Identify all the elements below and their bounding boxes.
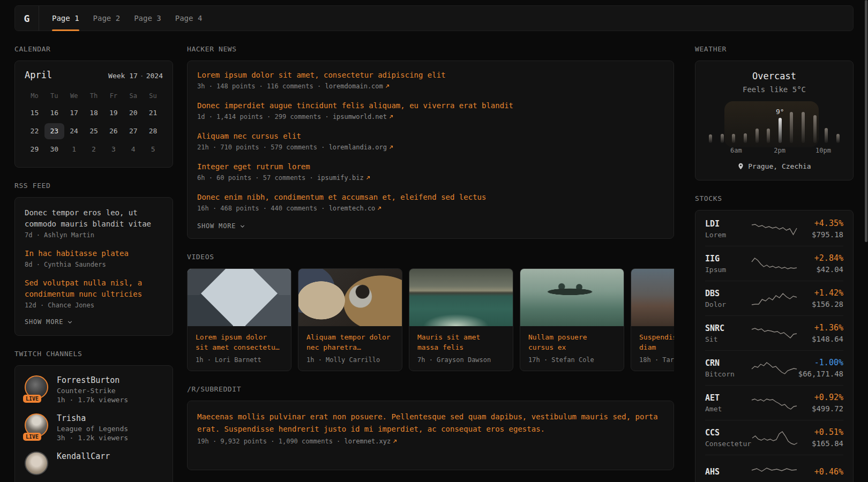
weather-condition: Overcast [706, 71, 842, 81]
hackernews-show-more-label: SHOW MORE [197, 222, 236, 230]
calendar-day[interactable]: 30 [44, 141, 64, 157]
tab-page-1[interactable]: Page 1 [52, 6, 79, 31]
hour-bar [825, 128, 828, 143]
rss-show-more-button[interactable]: SHOW MORE [25, 318, 163, 326]
chevron-down-icon [66, 319, 73, 326]
stock-name: Consectetur [705, 440, 751, 448]
twitch-channel-row: LIVEForrestBurtonCounter-Strike1h · 1.7k… [25, 375, 163, 404]
video-thumbnail[interactable] [298, 269, 402, 326]
hackernews-item-title[interactable]: Integer eget rutrum lorem [197, 161, 664, 172]
stock-symbol[interactable]: AHS [705, 467, 751, 477]
calendar-day[interactable]: 22 [25, 123, 44, 139]
calendar-day[interactable]: 25 [84, 123, 104, 139]
calendar-day[interactable]: 1 [64, 141, 84, 157]
rss-item-title[interactable]: Donec tempor eros leo, ut commodo mauris… [25, 207, 163, 230]
calendar-day[interactable]: 2 [84, 141, 104, 157]
subreddit-post-domain[interactable]: loremnet.xyz [345, 438, 391, 445]
calendar-day[interactable]: 28 [143, 123, 163, 139]
video-card-body: Lorem ipsum dolor sit amet consectetu…1h… [188, 326, 291, 371]
hackernews-item-domain[interactable]: ipsumify.biz [317, 174, 364, 182]
stock-values: +2.84%$42.04 [798, 253, 843, 274]
hackernews-item-title[interactable]: Aliquam nec cursus elit [197, 131, 664, 141]
weather-location[interactable]: Prague, Czechia [706, 162, 842, 170]
twitch-channel-meta: 3h · 1.2k viewers [57, 434, 128, 442]
twitch-channel-game: League of Legends [57, 425, 128, 433]
hackernews-show-more-button[interactable]: SHOW MORE [197, 222, 664, 230]
calendar-day[interactable]: 24 [64, 123, 84, 139]
video-title[interactable]: Aliquam tempor dolor nec pharetra… [306, 332, 394, 352]
twitch-channel-name[interactable]: KendallCarr [57, 451, 110, 461]
app-logo[interactable]: G [15, 6, 39, 31]
stock-values: -1.00%$66,171.48 [798, 358, 843, 378]
rss-item-title[interactable]: In hac habitasse platea [25, 248, 163, 259]
stock-name: Ipsum [705, 266, 751, 274]
calendar-day-selected[interactable]: 23 [44, 123, 64, 139]
calendar-day[interactable]: 26 [103, 123, 123, 139]
external-link-icon [365, 175, 371, 180]
stock-symbol[interactable]: SNRC [705, 323, 751, 333]
twitch-channel-row: LIVETrishaLeague of Legends3h · 1.2k vie… [25, 413, 163, 442]
video-thumbnail[interactable] [409, 269, 513, 326]
video-title[interactable]: Nullam posuere cursus ex [528, 332, 616, 352]
hackernews-widget: Lorem ipsum dolor sit amet, consectetur … [187, 61, 674, 239]
stock-values: +0.46% [798, 467, 843, 477]
video-thumbnail[interactable] [631, 269, 674, 326]
calendar-day[interactable]: 18 [84, 105, 104, 121]
calendar-day[interactable]: 5 [143, 141, 163, 157]
calendar-day[interactable]: 17 [64, 105, 84, 121]
calendar-day[interactable]: 16 [44, 105, 64, 121]
video-card-body: Mauris sit amet massa felis7h · Grayson … [409, 326, 513, 371]
page-scrollbar[interactable] [865, 0, 867, 482]
calendar-day[interactable]: 3 [103, 141, 123, 157]
calendar-day[interactable]: 27 [123, 123, 143, 139]
twitch-channel-name[interactable]: ForrestBurton [57, 375, 128, 385]
hackernews-item-domain[interactable]: ipsumworld.net [333, 113, 387, 120]
hackernews-item-title[interactable]: Lorem ipsum dolor sit amet, consectetur … [197, 70, 664, 80]
hour-bar [721, 134, 724, 143]
calendar-day[interactable]: 29 [25, 141, 44, 157]
video-meta: 7h · Grayson Dawson [417, 356, 505, 364]
stock-symbol[interactable]: AET [705, 393, 751, 403]
tab-page-3[interactable]: Page 3 [134, 6, 161, 31]
calendar-day[interactable]: 19 [103, 105, 123, 121]
calendar-day[interactable]: 15 [25, 105, 44, 121]
hackernews-item-meta: 21h · 710 points · 579 comments · loreml… [197, 144, 664, 151]
stock-symbol[interactable]: LDI [705, 219, 751, 229]
video-card-body: Nullam posuere cursus ex17h · Stefan Col… [520, 326, 624, 371]
hackernews-item-meta: 3h · 148 points · 116 comments · loremdo… [197, 82, 664, 90]
video-thumbnail[interactable] [520, 269, 624, 326]
video-title[interactable]: Suspendisse volutpat diam [639, 332, 674, 352]
live-badge: LIVE [23, 433, 41, 441]
hackernews-item: Donec enim nibh, condimentum et accumsan… [197, 192, 664, 212]
tab-page-4[interactable]: Page 4 [175, 6, 203, 31]
hour-bar [802, 112, 805, 143]
rss-feed-item: Sed volutpat nulla nisl, a condimentum n… [25, 277, 163, 309]
sparkline-chart [751, 323, 798, 343]
hackernews-item-domain[interactable]: loremlandia.org [329, 144, 387, 151]
weather-section-label: WEATHER [695, 45, 854, 53]
twitch-channel-name[interactable]: Trisha [57, 413, 128, 423]
hackernews-item-title[interactable]: Donec enim nibh, condimentum et accumsan… [197, 192, 664, 202]
video-thumbnail[interactable] [188, 269, 291, 326]
calendar-day[interactable]: 4 [123, 141, 143, 157]
scrollbar-thumb[interactable] [865, 0, 867, 242]
hackernews-item-domain[interactable]: loremdomain.com [325, 82, 383, 90]
hackernews-item-domain[interactable]: loremtech.co [329, 205, 376, 212]
stock-identity: CCSConsectetur [705, 428, 751, 448]
current-temperature-label: 9° [776, 108, 784, 116]
video-title[interactable]: Mauris sit amet massa felis [417, 332, 505, 352]
rss-item-title[interactable]: Sed volutpat nulla nisl, a condimentum n… [25, 277, 163, 300]
calendar-day[interactable]: 20 [123, 105, 143, 121]
video-card-body: Aliquam tempor dolor nec pharetra…1h · M… [298, 326, 402, 371]
stock-symbol[interactable]: DBS [705, 289, 751, 298]
channel-avatar[interactable] [25, 451, 48, 475]
calendar-day[interactable]: 21 [143, 105, 163, 121]
twitch-channel-info: ForrestBurtonCounter-Strike1h · 1.7k vie… [57, 375, 128, 404]
stock-symbol[interactable]: CCS [705, 428, 751, 438]
tab-page-2[interactable]: Page 2 [93, 6, 121, 31]
stock-symbol[interactable]: CRN [705, 358, 751, 368]
video-title[interactable]: Lorem ipsum dolor sit amet consectetu… [196, 332, 283, 352]
subreddit-post-title[interactable]: Maecenas mollis pulvinar erat non posuer… [197, 411, 658, 435]
hackernews-item-title[interactable]: Donec imperdiet augue tincidunt felis al… [197, 100, 664, 111]
stock-symbol[interactable]: IIG [705, 254, 751, 263]
